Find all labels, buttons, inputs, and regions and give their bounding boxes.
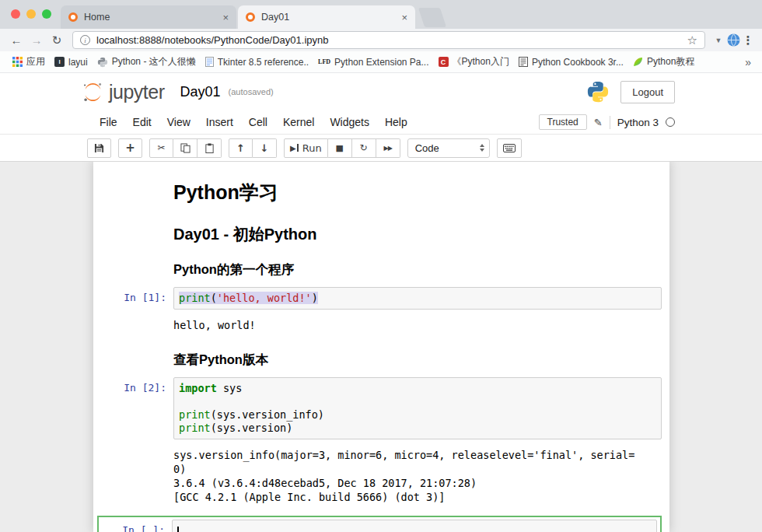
- jupyter-favicon-icon: [68, 12, 78, 22]
- window-zoom-button[interactable]: [42, 9, 51, 19]
- markdown-cell-title[interactable]: Python学习: [93, 173, 669, 215]
- menu-insert[interactable]: Insert: [198, 113, 241, 131]
- menu-view[interactable]: View: [159, 113, 198, 131]
- bookmark-layui[interactable]: l layui: [50, 54, 93, 70]
- reload-icon[interactable]: ↻: [47, 34, 67, 46]
- bookmark-apps[interactable]: 应用: [8, 53, 50, 71]
- heading-first-program: Python的第一个程序: [173, 261, 662, 278]
- run-icon: ▶: [290, 144, 299, 152]
- bookmark-label: Python教程: [647, 55, 694, 68]
- browser-menu-icon[interactable]: ⋮: [740, 33, 756, 47]
- command-palette-button[interactable]: [497, 138, 522, 158]
- text-cursor: [177, 527, 179, 532]
- tab-title: Home: [84, 12, 216, 23]
- output-cell-2: sys.version_info(major=3, minor=6, micro…: [93, 443, 669, 514]
- page-info-icon[interactable]: i: [80, 35, 90, 45]
- move-cell-up-button[interactable]: ↑: [229, 138, 253, 158]
- menu-edit[interactable]: Edit: [125, 113, 159, 131]
- empty-code-cell-editing[interactable]: In [ ]:: [97, 516, 662, 532]
- markdown-cell-first-program[interactable]: Python的第一个程序: [93, 252, 669, 284]
- notebook-area: Python学习 Day01 - 初始Python Python的第一个程序 I…: [0, 162, 762, 532]
- paste-cell-button[interactable]: [197, 138, 222, 158]
- kernel-idle-icon: [666, 117, 675, 127]
- add-cell-button[interactable]: +: [118, 138, 142, 158]
- bookmark-cookbook[interactable]: Python Cookbook 3r...: [514, 54, 628, 70]
- tab-close-icon[interactable]: ×: [401, 12, 407, 23]
- autosave-status: (autosaved): [229, 87, 274, 96]
- notebook-container: Python学习 Day01 - 初始Python Python的第一个程序 I…: [93, 162, 669, 532]
- jupyter-favicon-icon: [246, 12, 255, 22]
- extension-globe-icon[interactable]: [726, 33, 740, 47]
- bookmarks-overflow-icon[interactable]: »: [742, 56, 754, 68]
- restart-kernel-button[interactable]: ↻: [352, 138, 376, 158]
- divider: [610, 116, 610, 129]
- notebook-menubar: File Edit View Insert Cell Kernel Widget…: [0, 110, 762, 135]
- code-input-2[interactable]: import sysprint(sys.version_info)print(s…: [173, 377, 662, 439]
- feather-icon: [633, 57, 643, 67]
- code-input-empty[interactable]: [172, 520, 657, 532]
- restart-run-all-button[interactable]: ▶▶: [376, 138, 400, 158]
- layui-icon: l: [54, 57, 65, 67]
- new-tab-button[interactable]: [418, 8, 446, 27]
- bookmark-star-icon[interactable]: ☆: [687, 34, 697, 46]
- bookmark-label: Python - 这个人很懒: [112, 55, 196, 68]
- url-text: localhost:8888/notebooks/PythonCode/Day0…: [96, 34, 681, 46]
- copy-cell-button[interactable]: [173, 138, 197, 158]
- interrupt-kernel-button[interactable]: ■: [328, 138, 352, 158]
- output-cell-1: hello, world!: [93, 313, 669, 342]
- cell-type-dropdown[interactable]: Code: [407, 138, 490, 158]
- lfd-icon: LFD: [318, 58, 330, 65]
- window-minimize-button[interactable]: [26, 9, 36, 19]
- menu-kernel[interactable]: Kernel: [275, 113, 322, 131]
- keyboard-icon: [503, 144, 516, 152]
- tab-home[interactable]: Home ×: [61, 5, 236, 29]
- move-cell-down-button[interactable]: ↓: [253, 138, 277, 158]
- code-input-1[interactable]: print('hello, world!'): [173, 287, 662, 310]
- menu-widgets[interactable]: Widgets: [322, 113, 377, 131]
- bookmarks-bar: 应用 l layui Python - 这个人很懒 Tkinter 8.5 re…: [0, 51, 762, 73]
- heading-python-study: Python学习: [173, 180, 662, 205]
- cut-cell-button[interactable]: ✂: [149, 138, 173, 158]
- arrow-down-icon: ↓: [260, 142, 269, 154]
- jupyter-brand-text: jupyter: [109, 81, 165, 103]
- notebook-title[interactable]: Day01: [180, 84, 221, 100]
- menu-cell[interactable]: Cell: [241, 113, 275, 131]
- bookmark-label: 应用: [26, 55, 45, 68]
- output-text-2: sys.version_info(major=3, minor=6, micro…: [173, 444, 662, 508]
- url-input[interactable]: i localhost:8888/notebooks/PythonCode/Da…: [72, 31, 705, 49]
- tab-day01[interactable]: Day01 ×: [238, 5, 415, 29]
- bookmark-label: Python Cookbook 3r...: [532, 57, 624, 68]
- jupyter-logo[interactable]: jupyter: [82, 81, 165, 103]
- bookmark-python-extension[interactable]: LFD Python Extension Pa...: [313, 54, 433, 70]
- save-button[interactable]: [87, 138, 111, 158]
- input-prompt: In [2]:: [97, 377, 173, 439]
- chevron-down-icon[interactable]: ▼: [711, 37, 726, 44]
- forward-icon[interactable]: →: [26, 34, 47, 46]
- plus-icon: +: [125, 141, 135, 155]
- input-prompt: In [1]:: [97, 287, 173, 310]
- output-prompt-spacer: [97, 444, 173, 508]
- run-button[interactable]: ▶Run: [284, 138, 328, 158]
- bookmark-python-tutorial[interactable]: Python教程: [628, 53, 699, 71]
- menu-help[interactable]: Help: [377, 113, 415, 131]
- window-close-button[interactable]: [11, 9, 20, 19]
- fast-forward-icon: ▶▶: [383, 145, 391, 152]
- markdown-cell-version[interactable]: 查看Python版本: [93, 342, 669, 374]
- bookmark-python-intro[interactable]: C 《Python入门: [434, 53, 514, 71]
- paste-icon: [204, 143, 215, 153]
- code-cell-2: In [2]: import sysprint(sys.version_info…: [93, 374, 669, 443]
- heading-check-version: 查看Python版本: [173, 352, 662, 368]
- markdown-cell-day01[interactable]: Day01 - 初始Python: [93, 215, 669, 252]
- scissors-icon: ✂: [157, 142, 165, 153]
- python-gray-icon: [97, 57, 108, 68]
- logout-button[interactable]: Logout: [620, 81, 675, 103]
- menu-file[interactable]: File: [92, 113, 125, 131]
- bookmark-tkinter[interactable]: Tkinter 8.5 reference..: [201, 54, 313, 70]
- back-icon[interactable]: ←: [6, 34, 26, 46]
- tab-close-icon[interactable]: ×: [222, 12, 229, 23]
- python-logo-icon: [586, 80, 610, 103]
- trusted-badge[interactable]: Trusted: [539, 114, 587, 130]
- select-carets-icon: [480, 144, 484, 152]
- bookmark-python-blog[interactable]: Python - 这个人很懒: [93, 53, 201, 71]
- jupyter-header: jupyter Day01 (autosaved) Logout: [0, 73, 762, 110]
